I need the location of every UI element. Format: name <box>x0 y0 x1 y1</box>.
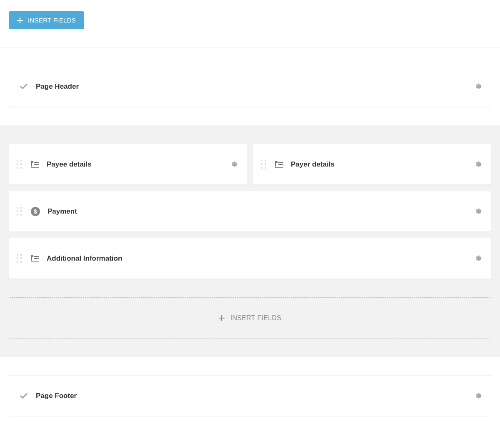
additional-information-title: Additional Information <box>47 254 122 263</box>
insert-fields-label: INSERT FIELDS <box>28 17 76 24</box>
plus-icon <box>17 17 23 23</box>
insert-fields-zone-label: INSERT FIELDS <box>230 314 281 322</box>
drag-handle-icon[interactable] <box>17 207 22 216</box>
gear-icon[interactable] <box>474 208 482 215</box>
payee-details-title: Payee details <box>47 160 92 169</box>
text-block-icon <box>275 161 283 168</box>
drag-handle-icon[interactable] <box>17 254 22 263</box>
footer-zone: Page Footer <box>0 357 500 443</box>
gear-icon[interactable] <box>474 83 482 90</box>
dollar-icon: $ <box>31 207 40 216</box>
check-icon <box>19 391 28 401</box>
page-header-card[interactable]: Page Header <box>9 66 491 107</box>
text-block-icon <box>31 255 39 262</box>
payment-card[interactable]: $ Payment <box>9 191 491 232</box>
gear-icon[interactable] <box>230 161 238 168</box>
drag-handle-icon[interactable] <box>261 160 267 169</box>
page-footer-title: Page Footer <box>36 392 77 400</box>
payer-details-card[interactable]: Payer details <box>253 144 491 185</box>
check-icon <box>19 82 28 91</box>
additional-information-card[interactable]: Additional Information <box>9 238 491 279</box>
payer-details-title: Payer details <box>291 160 335 169</box>
drag-handle-icon[interactable] <box>17 160 22 169</box>
gear-icon[interactable] <box>474 161 482 168</box>
insert-fields-button[interactable]: INSERT FIELDS <box>9 11 84 29</box>
header-zone: Page Header <box>0 47 500 125</box>
payee-details-card[interactable]: Payee details <box>9 144 247 185</box>
payment-title: Payment <box>48 207 77 216</box>
insert-fields-dropzone[interactable]: INSERT FIELDS <box>9 297 491 338</box>
gear-icon[interactable] <box>474 392 482 400</box>
toolbar: INSERT FIELDS <box>0 0 500 47</box>
gear-icon[interactable] <box>474 255 482 262</box>
text-block-icon <box>31 161 39 168</box>
plus-icon <box>219 315 225 321</box>
body-zone: Payee details Payer details $ <box>0 125 500 357</box>
page-footer-card[interactable]: Page Footer <box>9 375 491 416</box>
page-header-title: Page Header <box>36 82 79 91</box>
